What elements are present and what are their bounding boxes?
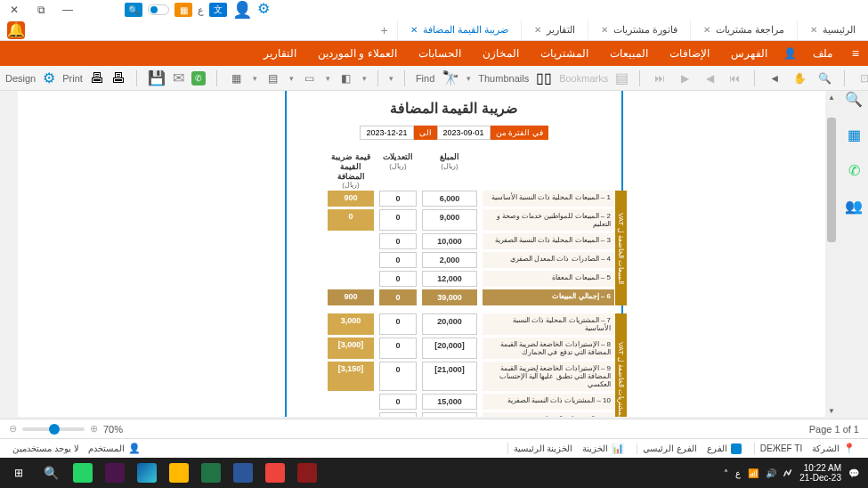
period-from-value: 2023-09-01	[437, 126, 491, 140]
system-tray[interactable]: ˄ ع 📶 🔊 🗲 10:22 AM21-Dec-23 💬	[724, 463, 864, 483]
tab-home[interactable]: الرئيسية✕	[797, 20, 868, 40]
start-button[interactable]: ⊞	[4, 460, 34, 486]
period-from-label: في الفترة من	[491, 126, 548, 140]
hand-icon[interactable]: ✋	[791, 69, 808, 87]
menu-stores[interactable]: المخازن	[472, 47, 530, 60]
tray-notifications-icon[interactable]: 💬	[848, 468, 859, 478]
mail-icon[interactable]: ✉	[173, 69, 184, 86]
layout2-icon[interactable]: ▤	[264, 69, 282, 87]
apps-grid-icon[interactable]: ▦	[844, 125, 864, 144]
taskbar-app-anydesk[interactable]	[260, 460, 290, 486]
new-tab-button[interactable]: +	[372, 23, 397, 37]
user-icon[interactable]: 👤	[232, 0, 252, 20]
search-button[interactable]: 🔍	[36, 460, 66, 486]
layout4-icon[interactable]: ◧	[337, 69, 355, 87]
tray-clock[interactable]: 10:22 AM21-Dec-23	[799, 463, 841, 483]
taskbar-app-excel[interactable]	[196, 460, 226, 486]
menu-accounts[interactable]: الحسابات	[408, 47, 472, 60]
whatsapp-icon[interactable]: ✆	[844, 160, 864, 180]
scroll-up-icon[interactable]: ▲	[825, 91, 838, 103]
tab-reports[interactable]: التقارير✕	[521, 20, 588, 40]
zoom-in-button[interactable]: ⊕	[90, 423, 98, 435]
scroll-thumb[interactable]	[827, 118, 836, 242]
print2-icon[interactable]: 🖶	[111, 70, 126, 86]
window-titlebar: ✕ ⧉ — 🔍 ▦ ع 文 👤 ⚙	[0, 0, 868, 20]
menu-customers[interactable]: العملاء و الموردين	[307, 47, 408, 60]
find-button[interactable]: Find	[416, 73, 434, 84]
row-amount: 9,000	[422, 209, 477, 231]
row-description: 3 – المبيعات المحلية ذات النسبة الصفرية	[483, 233, 614, 249]
scroll-down-icon[interactable]: ▼	[825, 404, 838, 417]
search-icon[interactable]: 🔍	[844, 89, 864, 109]
pointer-icon[interactable]: ◄	[766, 69, 783, 87]
restore-window-button[interactable]: ⧉	[30, 2, 52, 18]
menu-index[interactable]: الفهرس	[720, 47, 778, 60]
notifications-icon[interactable]: 🔔	[7, 21, 25, 39]
translate-icon[interactable]: 文	[209, 3, 227, 17]
close-icon[interactable]: ✕	[703, 25, 710, 35]
vertical-scrollbar[interactable]: ▲ ▼	[825, 91, 838, 417]
tray-lang[interactable]: ع	[735, 468, 741, 478]
magnify-icon[interactable]: 🔍	[815, 69, 833, 87]
settings-icon[interactable]: ⚙	[257, 0, 277, 20]
minimize-window-button[interactable]: —	[57, 2, 78, 18]
menu-additions[interactable]: الإضافات	[659, 47, 720, 60]
close-window-button[interactable]: ✕	[4, 2, 25, 18]
next-page-icon[interactable]: ▶	[676, 69, 694, 87]
taskbar-app-word[interactable]	[228, 460, 258, 486]
row-description: 6 – إجمالي المبيعات	[483, 289, 614, 305]
hamburger-icon[interactable]: ≡	[843, 46, 868, 61]
taskbar-app-explorer[interactable]	[164, 460, 194, 486]
row-description: 5 – المبيعات المعفاة	[483, 271, 614, 287]
taskbar-app-slack[interactable]	[100, 460, 130, 486]
thumbnails-button[interactable]: Thumbnails	[478, 73, 529, 84]
zoom-out-button[interactable]: ⊖	[9, 423, 17, 435]
taskbar-app-current[interactable]	[292, 460, 322, 486]
print-button[interactable]: Print	[62, 73, 83, 84]
header-adjustments: التعديلات	[379, 152, 417, 162]
header-vat: قيمة ضريبة القيمة المضافة	[328, 152, 374, 181]
menu-file[interactable]: ملف	[802, 47, 843, 60]
close-icon[interactable]: ✕	[810, 25, 817, 35]
taskbar-app-edge[interactable]	[132, 460, 162, 486]
tab-vat[interactable]: ضريبة القيمة المضافة✕	[397, 20, 521, 40]
design-button[interactable]: Design	[5, 73, 36, 84]
tray-battery-icon[interactable]: 🗲	[783, 468, 792, 478]
last-page-icon[interactable]: ⏭	[651, 69, 669, 87]
save-icon[interactable]: 💾	[148, 69, 166, 86]
zoom-selection-icon[interactable]: ⊡	[856, 69, 868, 87]
close-icon[interactable]: ✕	[410, 25, 418, 35]
row-description: 9 – الإستيرادات الخاضعة لضريبة القيمة ال…	[483, 362, 614, 391]
prev-page-icon[interactable]: ◀	[701, 69, 718, 87]
row-description: 11 – المشتريات المعفاة	[483, 412, 614, 417]
bookmarks-button[interactable]: Bookmarks	[559, 73, 608, 84]
purchases-section: 7 – المشتريات المحلية ذات النسبة الأساسي…	[294, 313, 614, 417]
taskbar-app-whatsapp[interactable]	[68, 460, 98, 486]
close-icon[interactable]: ✕	[601, 25, 608, 35]
row-vat	[328, 233, 374, 249]
table-row: 4 – الصادرات ذات المعدل الصفري2,0000	[294, 252, 614, 268]
report-title: ضريبة القيمة المضافة	[294, 100, 614, 117]
first-page-icon[interactable]: ⏮	[726, 69, 743, 87]
whatsapp-icon[interactable]: ✆	[191, 71, 206, 85]
people-icon[interactable]: 👥	[844, 196, 864, 216]
layout3-icon[interactable]: ▭	[301, 69, 319, 87]
search-app-icon[interactable]: 🔍	[125, 3, 142, 17]
user-icon: 👤	[128, 443, 141, 454]
menu-sales[interactable]: المبيعات	[599, 47, 659, 60]
tray-wifi-icon[interactable]: 📶	[748, 468, 758, 478]
menu-purchases[interactable]: المشتريات	[530, 47, 599, 60]
menu-reports[interactable]: التقارير	[253, 47, 307, 60]
row-amount: 15,000	[422, 394, 477, 410]
tray-chevron-icon[interactable]: ˄	[724, 468, 728, 478]
tab-purchase-invoice[interactable]: فاتورة مشتريات✕	[588, 20, 690, 40]
layout1-icon[interactable]: ▦	[228, 69, 246, 87]
tab-purchase-review[interactable]: مراجعة مشتريات✕	[690, 20, 797, 40]
row-adjustment: 0	[379, 271, 417, 287]
tray-volume-icon[interactable]: 🔊	[766, 468, 776, 478]
close-icon[interactable]: ✕	[534, 25, 541, 35]
row-adjustment: 0	[379, 289, 417, 305]
toggle-switch[interactable]	[148, 4, 169, 15]
main-menu: ≡ ملف 👤 الفهرس الإضافات المبيعات المشتري…	[0, 41, 868, 66]
zoom-slider[interactable]	[22, 427, 85, 431]
